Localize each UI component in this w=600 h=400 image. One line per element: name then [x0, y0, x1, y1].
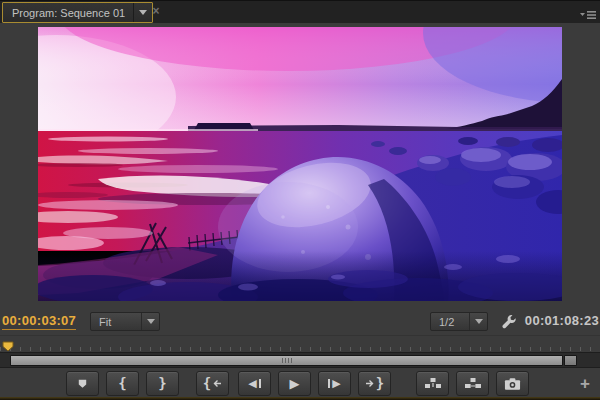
mark-out-button[interactable]: } [146, 371, 179, 396]
extract-button[interactable] [456, 371, 489, 396]
export-frame-button[interactable] [496, 371, 529, 396]
arrow-left-icon [213, 379, 222, 388]
step-forward-button[interactable]: ▶ [318, 371, 351, 396]
tab-program-sequence-01[interactable]: Program: Sequence 01 [2, 2, 153, 23]
camera-icon [504, 378, 521, 390]
zoom-level-value: Fit [91, 316, 141, 328]
go-to-out-icon: } [376, 376, 384, 390]
step-forward-icon: ▶ [332, 378, 340, 389]
video-preview [38, 27, 562, 301]
tab-label: Program: Sequence 01 [12, 7, 125, 19]
go-to-in-icon: { [203, 376, 211, 390]
step-back-icon: ◀ [248, 378, 256, 389]
scrollbar-end-handle[interactable] [564, 355, 577, 366]
go-to-in-button[interactable]: { [196, 371, 229, 396]
zoom-level-select[interactable]: Fit [90, 312, 160, 331]
go-to-out-button[interactable]: } [358, 371, 391, 396]
chevron-down-icon [470, 319, 487, 324]
playback-resolution-select[interactable]: 1/2 [430, 312, 488, 331]
lift-icon [424, 377, 442, 390]
chevron-down-icon [142, 319, 159, 324]
transport-controls: { } { ◀ ▶ ▶ } [0, 368, 600, 400]
ruler-ticks [0, 347, 600, 351]
extract-icon [464, 377, 482, 390]
mark-in-button[interactable]: { [106, 371, 139, 396]
duration-timecode: 00:01:08:23 [525, 313, 599, 328]
marker-icon [76, 377, 89, 390]
close-icon[interactable]: × [150, 4, 162, 18]
scrollbar-thumb[interactable] [10, 355, 563, 366]
program-monitor-panel: Program: Sequence 01 × [0, 0, 600, 400]
panel-menu-icon[interactable] [580, 6, 597, 24]
scrollbar-grip [282, 358, 292, 363]
mark-out-icon: } [158, 376, 166, 390]
playhead-marker[interactable] [2, 338, 14, 349]
video-frame-beach-scene [38, 27, 562, 301]
monitor-controls-row: 00:00:03:07 Fit 1/2 00:01:08:23 [0, 307, 600, 335]
settings-wrench-icon[interactable] [500, 313, 518, 331]
lift-button[interactable] [416, 371, 449, 396]
step-back-button[interactable]: ◀ [238, 371, 271, 396]
button-editor-button[interactable]: + [574, 371, 596, 396]
mark-in-icon: { [118, 376, 126, 390]
play-button[interactable]: ▶ [278, 371, 311, 396]
current-timecode[interactable]: 00:00:03:07 [2, 313, 76, 330]
play-icon: ▶ [290, 377, 300, 390]
playback-resolution-value: 1/2 [431, 316, 469, 328]
mini-timeline-ruler[interactable] [0, 335, 600, 353]
tab-bar: Program: Sequence 01 × [0, 0, 600, 23]
arrow-right-icon [365, 379, 374, 388]
add-marker-button[interactable] [66, 371, 99, 396]
zoom-scrollbar[interactable] [0, 352, 600, 368]
